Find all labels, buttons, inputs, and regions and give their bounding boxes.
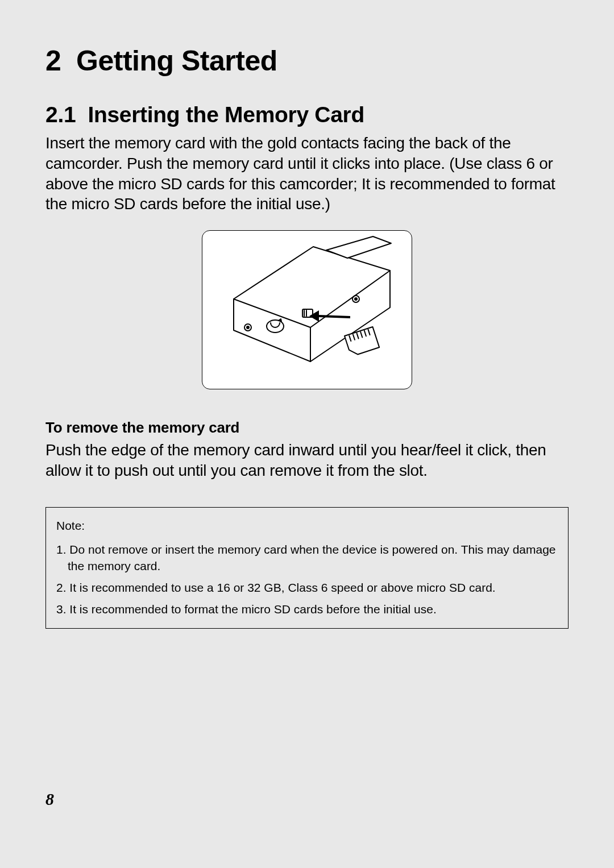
camcorder-illustration-svg [202,231,413,390]
section-number: 2.1 [45,102,76,127]
note-item-2: 2. It is recommended to use a 16 or 32 G… [56,580,558,596]
svg-point-1 [247,326,249,329]
camcorder-sd-insert-illustration [202,230,412,389]
note-item-1: 1. Do not remove or insert the memory ca… [56,542,558,574]
chapter-title: 2 Getting Started [45,44,569,77]
note-box: Note: 1. Do not remove or insert the mem… [45,507,569,629]
note-item-3: 3. It is recommended to format the micro… [56,601,558,617]
remove-card-paragraph: Push the edge of the memory card inward … [45,440,569,481]
note-label: Note: [56,518,558,534]
remove-card-heading: To remove the memory card [45,419,569,437]
svg-point-3 [355,298,357,300]
chapter-number: 2 [45,45,61,77]
intro-paragraph: Insert the memory card with the gold con… [45,133,569,214]
illustration-container [45,230,569,389]
chapter-title-text: Getting Started [76,45,277,77]
page-number: 8 [45,790,54,809]
section-title-text: Inserting the Memory Card [88,102,364,127]
section-title: 2.1 Inserting the Memory Card [45,102,569,127]
